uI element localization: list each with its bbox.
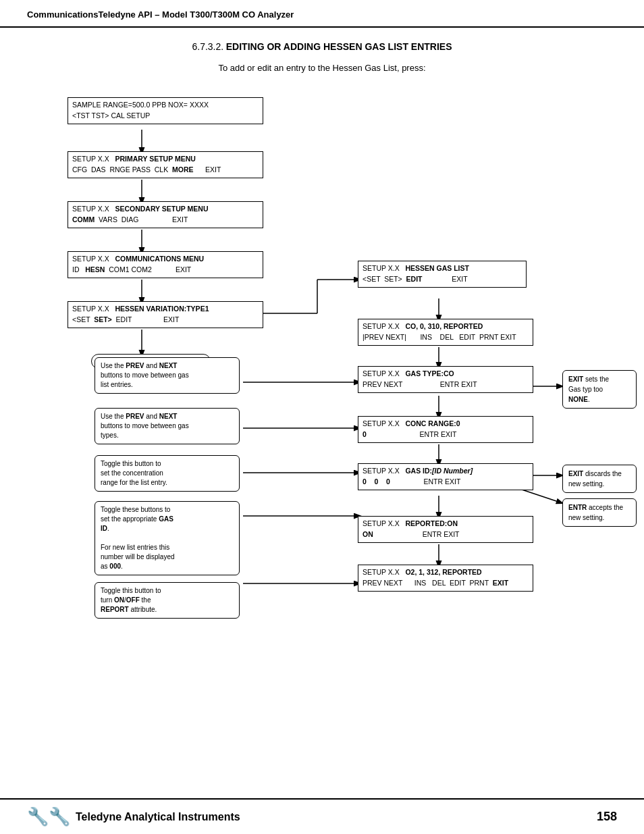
screen-s4-row2: ID HESN COM1 COM2 EXIT: [72, 265, 259, 276]
footer-page-number: 158: [597, 810, 617, 824]
screen-s3-row1: SETUP X.X SECONDARY SETUP MENU: [72, 204, 259, 215]
screen-s12: SETUP X.X O2, 1, 312, REPORTED PREV NEXT…: [358, 565, 533, 592]
diagram: SAMPLE RANGE=500.0 PPB NOX= XXXX <TST TS…: [27, 84, 617, 692]
screen-s8-row1: SETUP X.X GAS TYPE:CO: [363, 369, 529, 380]
screen-s7-row2: |PREV NEXT| INS DEL EDIT PRNT EXIT: [363, 332, 529, 343]
screen-s4-row1: SETUP X.X COMMUNICATIONS MENU: [72, 254, 259, 265]
screen-s8: SETUP X.X GAS TYPE:CO PREV NEXT ENTR EXI…: [358, 366, 533, 393]
callout-c1: Use the PREV and NEXT buttons to move be…: [95, 357, 240, 394]
screen-s7: SETUP X.X CO, 0, 310, REPORTED |PREV NEX…: [358, 319, 533, 346]
callout-c2: Use the PREV and NEXT buttons to move be…: [95, 408, 240, 444]
screen-s3-row2: COMM VARS DIAG EXIT: [72, 215, 259, 226]
screen-s2: SETUP X.X PRIMARY SETUP MENU CFG DAS RNG…: [68, 151, 263, 178]
callout-c5: Toggle this button to turn ON/OFF the RE…: [95, 582, 240, 619]
screen-s1: SAMPLE RANGE=500.0 PPB NOX= XXXX <TST TS…: [68, 97, 263, 124]
screen-s11-row2: ON ENTR EXIT: [363, 529, 529, 540]
screen-s5-row2: <SET SET> EDIT EXIT: [72, 315, 259, 325]
screen-s6-row2: <SET SET> EDIT EXIT: [363, 274, 522, 285]
screen-s9: SETUP X.X CONC RANGE:0 0 ENTR EXIT: [358, 416, 533, 443]
callout-c4: Toggle these buttons to set the appropri…: [95, 501, 240, 575]
screen-s8-row2: PREV NEXT ENTR EXIT: [363, 380, 529, 390]
screen-s2-row1: SETUP X.X PRIMARY SETUP MENU: [72, 154, 259, 165]
screen-s12-row1: SETUP X.X O2, 1, 312, REPORTED: [363, 567, 529, 578]
section-number: 6.7.3.2.: [192, 41, 223, 52]
screen-s1-row1: SAMPLE RANGE=500.0 PPB NOX= XXXX: [72, 100, 259, 111]
screen-s7-row1: SETUP X.X CO, 0, 310, REPORTED: [363, 321, 529, 332]
screen-s3: SETUP X.X SECONDARY SETUP MENU COMM VARS…: [68, 201, 263, 228]
screen-s5: SETUP X.X HESSEN VARIATION:TYPE1 <SET SE…: [68, 301, 263, 328]
callout-c3: Toggle this button to set the concentrat…: [95, 455, 240, 492]
screen-s6-row1: SETUP X.X HESSEN GAS LIST: [363, 263, 522, 274]
screen-s1-row2: <TST TST> CAL SETUP: [72, 111, 259, 122]
screen-s5-row1: SETUP X.X HESSEN VARIATION:TYPE1: [72, 304, 259, 315]
logo-icon: 🔧🔧: [27, 806, 70, 827]
screen-s6: SETUP X.X HESSEN GAS LIST <SET SET> EDIT…: [358, 261, 527, 288]
screen-s4: SETUP X.X COMMUNICATIONS MENU ID HESN CO…: [68, 251, 263, 278]
screen-s10-row2: 0 0 0 ENTR EXIT: [363, 477, 529, 488]
exit-callout-gas-type: EXIT sets the Gas typ too NONE.: [562, 370, 637, 409]
footer-logo: 🔧🔧 Teledyne Analytical Instruments: [27, 806, 240, 827]
main-content: 6.7.3.2. EDITING OR ADDING HESSEN GAS LI…: [0, 28, 644, 798]
exit-callout-discard: EXIT discards the new setting.: [562, 465, 637, 493]
svg-line-21: [520, 489, 560, 502]
section-title: EDITING OR ADDING HESSEN GAS LIST ENTRIE…: [226, 41, 452, 52]
page-footer: 🔧🔧 Teledyne Analytical Instruments 158: [0, 798, 644, 834]
screen-s12-row2: PREV NEXT INS DEL EDIT PRNT EXIT: [363, 578, 529, 589]
screen-s2-row2: CFG DAS RNGE PASS CLK MORE EXIT: [72, 165, 259, 176]
header-title: CommunicationsTeledyne API – Model T300/…: [27, 9, 294, 20]
screen-s10-row1: SETUP X.X GAS ID:[ID Number]: [363, 466, 529, 477]
screen-s11-row1: SETUP X.X REPORTED:ON: [363, 519, 529, 529]
screen-s9-row1: SETUP X.X CONC RANGE:0: [363, 419, 529, 429]
section-intro: To add or edit an entry to the Hessen Ga…: [27, 63, 617, 73]
page: CommunicationsTeledyne API – Model T300/…: [0, 0, 644, 834]
page-header: CommunicationsTeledyne API – Model T300/…: [0, 0, 644, 28]
section-heading: 6.7.3.2. EDITING OR ADDING HESSEN GAS LI…: [27, 41, 617, 52]
screen-s9-row2: 0 ENTR EXIT: [363, 429, 529, 440]
entr-callout-accept: ENTR accepts the new setting.: [562, 498, 637, 527]
screen-s10: SETUP X.X GAS ID:[ID Number] 0 0 0 ENTR …: [358, 463, 533, 490]
screen-s11: SETUP X.X REPORTED:ON ON ENTR EXIT: [358, 516, 533, 543]
footer-logo-text: Teledyne Analytical Instruments: [76, 811, 240, 823]
